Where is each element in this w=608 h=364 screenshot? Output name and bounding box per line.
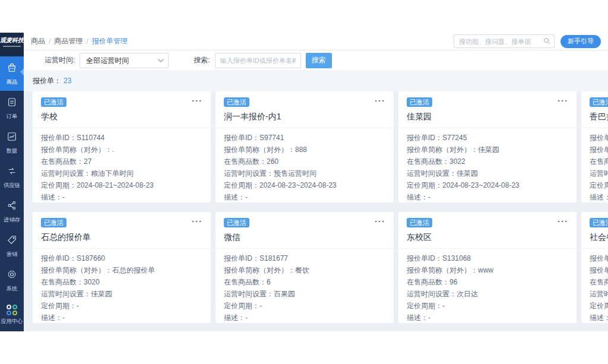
on-sale-count-value: 27 xyxy=(84,157,91,166)
supply-chain-icon xyxy=(6,169,18,179)
quote-card: 已激活 ··· 社会餐饮 报价单ID： 报价单简称（对外）： 在售商品数： 运营… xyxy=(581,212,608,323)
topbar-right: 新手引导 xyxy=(454,34,601,48)
description-label: 描述： xyxy=(41,193,62,201)
on-sale-count-row: 在售商品数：260 xyxy=(224,156,385,167)
on-sale-count-label: 在售商品数： xyxy=(224,278,267,286)
short-name-label: 报价单简称（对外）： xyxy=(41,266,112,274)
count-bar: 报价单： 23 xyxy=(24,70,608,91)
quote-card-title[interactable]: 润一丰报价-内1 xyxy=(224,112,385,122)
brand-logo: 观麦科技 xyxy=(0,33,24,56)
quote-card-title[interactable]: 佳菜园 xyxy=(407,112,568,122)
short-name-value: 石总的报价单 xyxy=(112,266,155,274)
short-name-row: 报价单简称（对外）：. xyxy=(41,144,202,156)
operating-time-setting-label: 运营时间设置： xyxy=(41,169,91,178)
short-name-value: . xyxy=(112,145,114,154)
more-actions-icon[interactable]: ··· xyxy=(558,218,568,225)
description-value: - xyxy=(62,314,65,322)
short-name-row: 报价单简称（对外）：餐饮 xyxy=(224,264,385,276)
quote-id-label: 报价单ID： xyxy=(407,254,442,262)
sidebar-item-inventory[interactable]: 进销存 xyxy=(0,194,24,229)
operating-time-selected-value: 全部运营时间 xyxy=(86,56,129,65)
quote-id-value: S187660 xyxy=(77,254,105,262)
quote-card-title[interactable]: 学校 xyxy=(41,112,202,122)
sidebar-item-system[interactable]: 系统 xyxy=(0,263,24,297)
quote-id-row: 报价单ID：S131068 xyxy=(407,252,568,264)
operating-time-setting-value: 预售运营时间 xyxy=(274,169,316,178)
quote-card-title[interactable]: 社会餐饮 xyxy=(590,232,608,243)
on-sale-count-value: 6 xyxy=(267,278,271,286)
quote-id-row: 报价单ID：S97741 xyxy=(224,132,385,144)
on-sale-count-value: 3022 xyxy=(449,157,466,166)
quote-search-input[interactable] xyxy=(215,53,301,68)
pricing-cycle-row: 定价周期：- xyxy=(41,300,202,312)
more-actions-icon[interactable]: ··· xyxy=(192,97,202,105)
global-search-input[interactable] xyxy=(454,34,555,48)
operating-time-row: 运营时间设置：次日达 xyxy=(407,288,568,300)
more-actions-icon[interactable]: ··· xyxy=(192,218,202,225)
pricing-cycle-row: 定价周期：- xyxy=(407,300,568,312)
guide-button[interactable]: 新手引导 xyxy=(560,35,601,48)
breadcrumb-separator: / xyxy=(86,37,88,46)
sidebar: 观麦科技 商品 订单 数据 供应链 xyxy=(0,33,24,331)
description-row: 描述：- xyxy=(224,312,385,323)
operating-time-setting-value: 佳菜园 xyxy=(457,169,478,178)
operating-time-select[interactable]: 全部运营时间 xyxy=(80,53,169,68)
status-badge: 已激活 xyxy=(590,97,608,107)
quote-id-value: S97741 xyxy=(259,134,284,142)
on-sale-count-row: 在售商品数：6 xyxy=(224,276,385,288)
quote-id-row: 报价单ID：S187660 xyxy=(41,252,202,264)
quote-card: 已激活 ··· 佳菜园 报价单ID：S77245 报价单简称（对外）：佳菜园 在… xyxy=(398,91,577,202)
inventory-icon xyxy=(6,203,18,213)
pricing-cycle-label: 定价周期： xyxy=(407,302,442,310)
short-name-row: 报价单简称（对外）：888 xyxy=(224,144,385,156)
more-actions-icon[interactable]: ··· xyxy=(375,97,385,105)
active-item-notch xyxy=(20,68,24,75)
sidebar-item-app-center[interactable]: 应用中心 xyxy=(0,300,24,331)
breadcrumb-item-goods-mgmt[interactable]: 商品管理 xyxy=(54,36,83,46)
operating-time-row: 运营时间设置：佳菜园 xyxy=(41,288,202,300)
quote-card: 已激活 ··· 学校 报价单ID：S110744 报价单简称（对外）：. 在售商… xyxy=(33,91,211,202)
sidebar-item-supply-chain[interactable]: 供应链 xyxy=(0,160,24,194)
quote-card-title[interactable]: 石总的报价单 xyxy=(41,232,202,243)
quote-count-label: 报价单： xyxy=(33,76,61,86)
quote-id-value: S181677 xyxy=(259,254,288,262)
sidebar-item-goods[interactable]: 商品 xyxy=(0,56,24,91)
status-badge: 已激活 xyxy=(407,218,432,227)
on-sale-count-label: 在售商品数： xyxy=(407,157,449,166)
more-actions-icon[interactable]: ··· xyxy=(558,97,568,105)
global-search xyxy=(454,34,555,48)
short-name-value: 餐饮 xyxy=(295,266,309,274)
sidebar-item-marketing[interactable]: 营销 xyxy=(0,229,24,263)
pricing-cycle-row: 定价周期：- xyxy=(224,300,385,312)
status-badge: 已激活 xyxy=(224,97,249,107)
pricing-cycle-value: - xyxy=(442,302,445,310)
description-label: 描述： xyxy=(590,193,608,201)
description-value: - xyxy=(245,193,248,201)
divider xyxy=(216,128,394,128)
quote-id-row: 报价单ID：S110744 xyxy=(41,132,202,144)
divider xyxy=(581,128,608,128)
breadcrumb-item-goods[interactable]: 商品 xyxy=(31,36,45,46)
chart-icon xyxy=(6,134,18,144)
gear-icon xyxy=(6,272,18,282)
more-actions-icon[interactable]: ··· xyxy=(375,218,385,225)
quote-card: 已激活 ··· 润一丰报价-内1 报价单ID：S97741 报价单简称（对外）：… xyxy=(216,91,394,202)
quote-card-title[interactable]: 东校区 xyxy=(407,232,568,243)
operating-time-row: 运营时间设置： xyxy=(590,288,608,300)
search-button[interactable]: 搜索 xyxy=(306,53,332,68)
quote-card-title[interactable]: 香巴拉 xyxy=(590,112,608,122)
sidebar-item-data[interactable]: 数据 xyxy=(0,125,24,160)
operating-time-row: 运营时间设置：粮油下单时间 xyxy=(41,167,202,179)
sidebar-item-orders[interactable]: 订单 xyxy=(0,91,24,125)
operating-time-setting-label: 运营时间设置： xyxy=(407,290,457,298)
quote-id-row: 报价单ID：S181677 xyxy=(224,252,385,264)
pricing-cycle-label: 定价周期： xyxy=(41,181,77,189)
pricing-cycle-row: 定价周期： xyxy=(590,300,608,312)
order-icon xyxy=(6,100,18,110)
pricing-cycle-row: 定价周期：2024-08-23~2024-08-23 xyxy=(224,179,385,191)
short-name-label: 报价单简称（对外）： xyxy=(41,145,112,154)
description-label: 描述： xyxy=(407,314,428,322)
quote-card-title[interactable]: 微信 xyxy=(224,232,385,243)
sidebar-item-label: 系统 xyxy=(1,285,23,293)
operating-time-setting-label: 运营时间设置： xyxy=(407,169,457,178)
